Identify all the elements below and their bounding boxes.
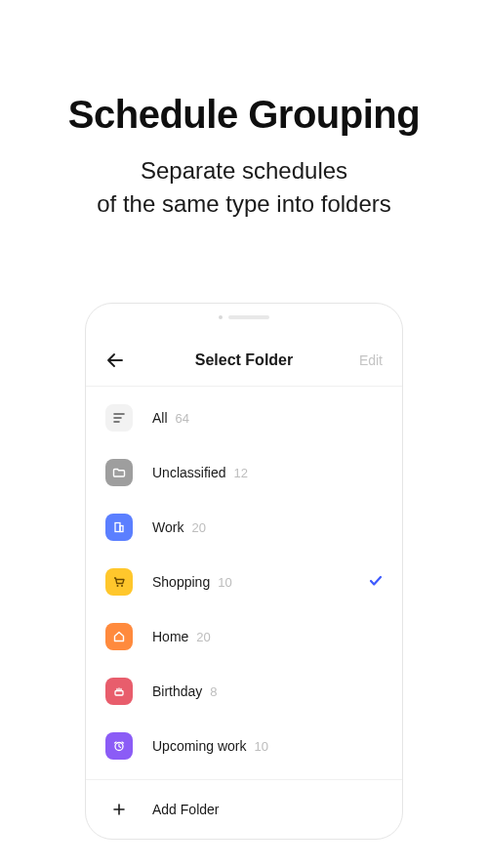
folder-label: Unclassified bbox=[152, 465, 225, 480]
folder-count: 10 bbox=[218, 575, 231, 590]
page-title: Schedule Grouping bbox=[0, 93, 488, 137]
page-subtitle: Separate schedules of the same type into… bbox=[0, 154, 488, 220]
arrow-left-icon bbox=[107, 353, 123, 367]
plus-icon bbox=[105, 796, 133, 823]
folder-item-birthday[interactable]: Birthday 8 bbox=[86, 664, 402, 719]
folder-count: 12 bbox=[233, 466, 247, 480]
folder-count: 8 bbox=[210, 684, 217, 699]
folder-item-all[interactable]: All 64 bbox=[86, 387, 402, 445]
phone-frame: Select Folder Edit All 64 Unclassified 1… bbox=[85, 303, 403, 840]
check-icon bbox=[369, 573, 383, 591]
edit-button[interactable]: Edit bbox=[359, 352, 383, 368]
building-icon bbox=[105, 514, 133, 541]
svg-rect-4 bbox=[115, 691, 123, 696]
folder-item-home[interactable]: Home 20 bbox=[86, 609, 402, 664]
folder-count: 64 bbox=[176, 411, 189, 426]
add-folder-label: Add Folder bbox=[152, 802, 219, 817]
folder-item-upcoming[interactable]: Upcoming work 10 bbox=[86, 719, 402, 773]
folder-list: All 64 Unclassified 12 Work 20 Shopping … bbox=[86, 387, 402, 773]
folder-item-shopping[interactable]: Shopping 10 bbox=[86, 555, 402, 609]
folder-item-unclassified[interactable]: Unclassified 12 bbox=[86, 445, 402, 500]
panel-header: Select Folder Edit bbox=[86, 331, 402, 386]
folder-count: 20 bbox=[196, 630, 210, 644]
list-icon bbox=[105, 404, 133, 432]
folder-label: Birthday bbox=[152, 683, 202, 699]
folder-label: Shopping bbox=[152, 574, 210, 590]
folder-label: Home bbox=[152, 629, 188, 644]
folder-count: 20 bbox=[191, 520, 205, 535]
cake-icon bbox=[105, 678, 133, 705]
back-button[interactable] bbox=[105, 351, 125, 370]
svg-point-2 bbox=[117, 585, 119, 587]
home-icon bbox=[105, 623, 133, 650]
cart-icon bbox=[105, 568, 133, 596]
add-folder-button[interactable]: Add Folder bbox=[86, 779, 402, 837]
folder-count: 10 bbox=[254, 739, 267, 754]
panel-title: Select Folder bbox=[195, 351, 293, 369]
clock-icon bbox=[105, 732, 133, 760]
folder-label: All bbox=[152, 410, 168, 426]
folder-label: Upcoming work bbox=[152, 738, 246, 754]
phone-notch bbox=[86, 304, 402, 331]
svg-rect-0 bbox=[115, 523, 120, 532]
svg-rect-1 bbox=[120, 526, 123, 532]
folder-label: Work bbox=[152, 519, 183, 535]
svg-point-3 bbox=[121, 585, 123, 587]
folder-item-work[interactable]: Work 20 bbox=[86, 500, 402, 555]
folder-icon bbox=[105, 459, 133, 486]
